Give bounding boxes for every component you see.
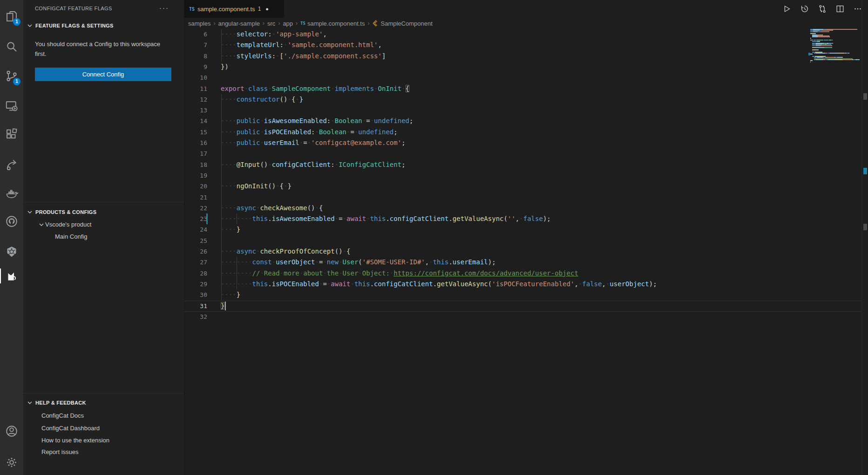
code-line-20[interactable]: 20····ngOnInit()·{·} (184, 181, 868, 192)
tree-item-config[interactable]: Main Config (23, 231, 184, 242)
code-line-15[interactable]: 15····public·isPOCEnabled:·Boolean·=·und… (184, 127, 868, 138)
code-line-22[interactable]: 22····async·checkAwesome()·{ (184, 203, 868, 213)
code-line-11[interactable]: 11export·class·SampleComponent·implement… (184, 83, 868, 94)
active-view-indicator (0, 268, 1, 283)
section-products-configs[interactable]: PRODUCTS & CONFIGS (23, 207, 184, 217)
section-feature-flags-settings[interactable]: FEATURE FLAGS & SETTINGS (23, 21, 184, 31)
code-line-12[interactable]: 12····constructor()·{·} (184, 94, 868, 105)
code-line-19[interactable]: 19 (184, 170, 868, 181)
code-line-28[interactable]: 28········//·Read·more·about·the·User·Ob… (184, 268, 868, 279)
line-number[interactable]: 31 (184, 301, 207, 311)
line-number[interactable]: 24 (184, 224, 207, 235)
code-line-26[interactable]: 26····async·checkProofOfConcept()·{ (184, 246, 868, 257)
split-editor-icon[interactable] (834, 3, 846, 14)
code-line-8[interactable]: 8····styleUrls:·['./sample.component.scs… (184, 51, 868, 62)
activity-share-arrow-icon[interactable] (0, 155, 23, 174)
line-number[interactable]: 20 (184, 181, 207, 192)
help-link-how-to-use-the-extension[interactable]: How to use the extension (41, 435, 109, 446)
help-link-configcat-docs[interactable]: ConfigCat Docs (41, 410, 84, 421)
breadcrumb: samples›angular-sample›src›app›TSsample.… (184, 18, 868, 29)
code-line-25[interactable]: 25 (184, 235, 868, 246)
code-text: ····selector:·'app-sample', (221, 29, 327, 40)
activity-source-control-icon[interactable]: 1 (0, 67, 23, 85)
line-number[interactable]: 9 (184, 62, 207, 72)
timeline-icon[interactable] (799, 3, 810, 14)
activity-remote-explorer-icon[interactable] (0, 96, 23, 115)
minimap-line (832, 47, 832, 48)
code-line-17[interactable]: 17 (184, 148, 868, 159)
line-number[interactable]: 17 (184, 148, 207, 159)
connect-config-button[interactable]: Connect Config (35, 68, 171, 81)
code-line-32[interactable]: 32 (184, 311, 868, 322)
activity-github-icon[interactable] (0, 212, 23, 231)
run-icon[interactable] (781, 3, 793, 14)
line-number[interactable]: 27 (184, 257, 207, 268)
code-editor[interactable]: 6····selector:·'app-sample',7····templat… (184, 29, 868, 475)
code-line-9[interactable]: 9}) (184, 62, 868, 72)
line-number[interactable]: 8 (184, 51, 207, 62)
line-number[interactable]: 11 (184, 83, 207, 94)
line-number[interactable]: 6 (184, 29, 207, 40)
help-link-configcat-dashboard[interactable]: ConfigCat Dashboard (41, 423, 100, 434)
tab-sample-component-ts[interactable]: TS sample.component.ts 1 ● (184, 0, 284, 18)
code-line-6[interactable]: 6····selector:·'app-sample', (184, 29, 868, 40)
activity-docker-icon[interactable] (0, 185, 23, 203)
line-number[interactable]: 26 (184, 246, 207, 257)
breadcrumb-item[interactable]: angular-sample (218, 20, 260, 27)
code-line-23[interactable]: 23········this.isAwesomeEnabled·=·await·… (184, 213, 868, 224)
activity-files-icon[interactable]: 1 (0, 7, 23, 26)
activity-configcat-icon[interactable] (0, 267, 23, 285)
line-number[interactable]: 29 (184, 279, 207, 289)
breadcrumb-file[interactable]: sample.component.ts (307, 20, 365, 27)
line-number[interactable]: 10 (184, 72, 207, 83)
line-number[interactable]: 13 (184, 105, 207, 116)
code-line-14[interactable]: 14····public·isAwesomeEnabled:·Boolean·=… (184, 116, 868, 126)
line-number[interactable]: 14 (184, 116, 207, 126)
section-label: PRODUCTS & CONFIGS (35, 209, 96, 215)
line-number[interactable]: 32 (184, 311, 207, 322)
line-number[interactable]: 25 (184, 235, 207, 246)
minimap[interactable] (810, 29, 861, 80)
compare-changes-icon[interactable] (817, 3, 828, 14)
activity-kubernetes-icon[interactable] (0, 242, 23, 261)
minimap-line (842, 59, 852, 60)
tree-item-product[interactable]: Vscode's product (23, 219, 184, 230)
minimap-line (828, 59, 835, 60)
code-line-13[interactable]: 13 (184, 105, 868, 116)
breadcrumb-item[interactable]: samples (188, 20, 210, 27)
line-number[interactable]: 12 (184, 94, 207, 105)
activity-search-icon[interactable] (0, 37, 23, 56)
code-line-31[interactable]: 31} (184, 301, 868, 311)
breadcrumb-symbol[interactable]: SampleComponent (381, 20, 433, 27)
line-number[interactable]: 7 (184, 40, 207, 50)
line-number[interactable]: 21 (184, 192, 207, 203)
code-line-29[interactable]: 29········this.isPOCEnabled·=·await·this… (184, 279, 868, 289)
sidebar-more-actions-icon[interactable]: ··· (159, 4, 169, 12)
code-line-16[interactable]: 16····public·userEmail·=·'configcat@exam… (184, 138, 868, 148)
section-help-feedback[interactable]: HELP & FEEDBACK (23, 398, 184, 408)
code-line-7[interactable]: 7····templateUrl:·'sample.component.html… (184, 40, 868, 50)
breadcrumb-item[interactable]: app (283, 20, 293, 27)
line-number[interactable]: 16 (184, 138, 207, 148)
breadcrumb-item[interactable]: src (267, 20, 275, 27)
line-number[interactable]: 18 (184, 159, 207, 170)
line-number[interactable]: 28 (184, 268, 207, 279)
minimap-line (820, 31, 829, 32)
help-link-report-issues[interactable]: Report issues (41, 447, 78, 457)
code-line-27[interactable]: 27········const·userObject·=·new·User('#… (184, 257, 868, 268)
line-number[interactable]: 19 (184, 170, 207, 181)
code-line-10[interactable]: 10 (184, 72, 868, 83)
minimap-line (832, 45, 832, 46)
activity-extensions-icon[interactable] (0, 125, 23, 144)
line-number[interactable]: 22 (184, 203, 207, 213)
code-line-24[interactable]: 24····} (184, 224, 868, 235)
code-line-18[interactable]: 18····@Input()·configCatClient:·IConfigC… (184, 159, 868, 170)
line-number[interactable]: 15 (184, 127, 207, 138)
code-line-21[interactable]: 21 (184, 192, 868, 203)
code-text: ········this.isPOCEnabled·=·await·this.c… (221, 279, 657, 289)
line-number[interactable]: 30 (184, 289, 207, 300)
line-number[interactable]: 23 (184, 213, 207, 224)
activity-account-icon[interactable] (0, 422, 23, 441)
activity-settings-gear-icon[interactable] (0, 453, 23, 472)
code-line-30[interactable]: 30····} (184, 289, 868, 300)
